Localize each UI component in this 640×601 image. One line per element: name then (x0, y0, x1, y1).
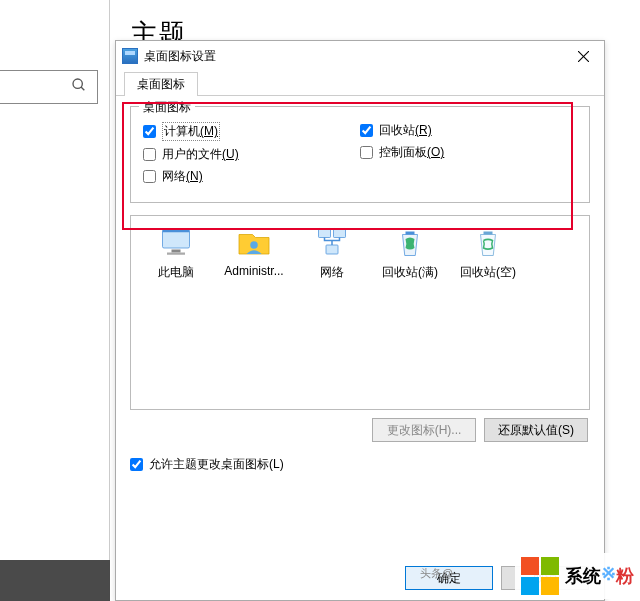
svg-rect-13 (484, 232, 493, 235)
check-userfiles[interactable]: 用户的文件(U) (143, 146, 360, 163)
svg-rect-7 (167, 253, 185, 255)
check-recycle-box[interactable] (360, 124, 373, 137)
svg-rect-5 (163, 230, 190, 232)
check-cpanel-box[interactable] (360, 146, 373, 159)
check-cpanel[interactable]: 控制面板(O) (360, 144, 577, 161)
desktop-icons-groupbox: 桌面图标 计算机(M) 用户的文件(U) 网络(N) (130, 106, 590, 203)
check-userfiles-box[interactable] (143, 148, 156, 161)
dialog-title: 桌面图标设置 (144, 48, 216, 65)
check-allow-theme[interactable]: 允许主题更改桌面图标(L) (130, 456, 590, 473)
sidebar-dark-strip (0, 560, 110, 601)
computer-icon (158, 224, 194, 260)
icon-item-this-pc[interactable]: 此电脑 (137, 224, 215, 281)
svg-point-0 (73, 79, 82, 88)
svg-rect-10 (334, 229, 346, 238)
site-watermark: 系统※粉 (515, 553, 640, 599)
svg-rect-4 (163, 230, 190, 248)
svg-rect-9 (319, 229, 331, 238)
desktop-icon-settings-dialog: 桌面图标设置 桌面图标 桌面图标 计算机(M) 用户的文件(U) (115, 40, 605, 601)
search-icon (71, 77, 87, 97)
change-icon-button[interactable]: 更改图标(H)... (372, 418, 476, 442)
recycle-full-icon (392, 224, 428, 260)
icon-item-administrator[interactable]: Administr... (215, 224, 293, 278)
icon-item-recycle-full[interactable]: 回收站(满) (371, 224, 449, 281)
restore-default-button[interactable]: 还原默认值(S) (484, 418, 588, 442)
icon-item-recycle-empty[interactable]: 回收站(空) (449, 224, 527, 281)
check-computer[interactable]: 计算机(M) (143, 122, 360, 141)
brand-text: 系统※粉 (565, 564, 634, 588)
toutiao-watermark: 头条@ (420, 566, 453, 581)
user-folder-icon (236, 224, 272, 260)
check-computer-box[interactable] (143, 125, 156, 138)
check-network-box[interactable] (143, 170, 156, 183)
svg-point-8 (250, 241, 258, 249)
close-icon (578, 51, 589, 62)
settings-back-panel (0, 0, 110, 560)
svg-rect-6 (172, 250, 181, 253)
check-recycle[interactable]: 回收站(R) (360, 122, 577, 139)
network-icon (314, 224, 350, 260)
svg-rect-12 (406, 232, 415, 235)
microsoft-logo-icon (521, 557, 559, 595)
search-input[interactable] (0, 70, 98, 104)
icon-item-network[interactable]: 网络 (293, 224, 371, 281)
tab-desktop-icons[interactable]: 桌面图标 (124, 72, 198, 96)
icon-preview-list[interactable]: 此电脑 Administr... 网络 回收站(满) (130, 215, 590, 410)
close-button[interactable] (562, 41, 604, 71)
check-allow-theme-box[interactable] (130, 458, 143, 471)
groupbox-legend: 桌面图标 (139, 99, 195, 116)
app-icon (122, 48, 138, 64)
svg-line-1 (81, 87, 84, 90)
dialog-titlebar: 桌面图标设置 (116, 41, 604, 71)
tab-strip: 桌面图标 (116, 71, 604, 96)
recycle-empty-icon (470, 224, 506, 260)
check-network[interactable]: 网络(N) (143, 168, 360, 185)
svg-rect-11 (326, 245, 338, 254)
